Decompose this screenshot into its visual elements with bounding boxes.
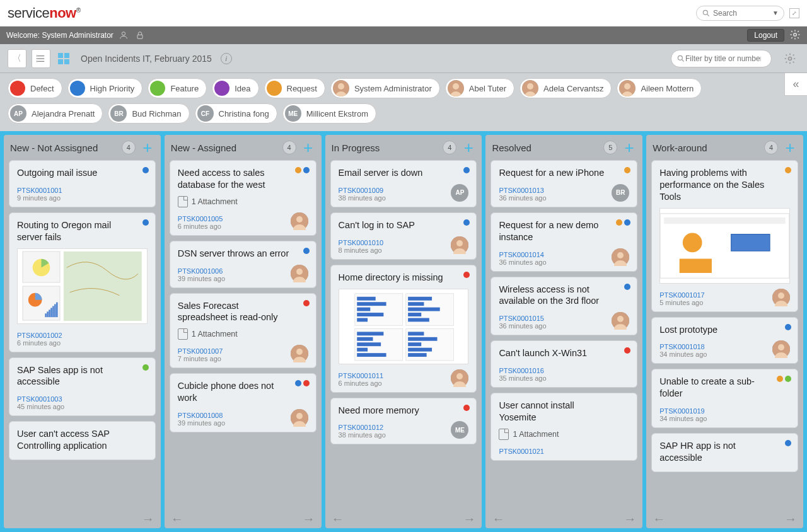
board-card[interactable]: Having problems with performance on the … [651, 160, 798, 312]
add-card-button[interactable]: + [141, 141, 154, 154]
board-view-button[interactable] [55, 50, 73, 67]
add-card-button[interactable]: + [783, 141, 797, 154]
card-id[interactable]: PTSK0001005 [178, 215, 223, 223]
move-right-button[interactable]: → [303, 512, 315, 526]
svg-rect-3 [137, 35, 142, 38]
card-id[interactable]: PTSK0001015 [499, 315, 546, 322]
board-card[interactable]: Routing to Oregon mail server fails PTSK… [9, 212, 156, 352]
lock-icon[interactable] [135, 30, 145, 40]
expand-icon[interactable]: ⤢ [789, 8, 799, 18]
tag-dot [142, 167, 149, 173]
board-card[interactable]: Sales Forecast spreadsheet is read-only … [170, 293, 316, 369]
board-card[interactable]: SAP HR app is not accessible [651, 433, 798, 472]
board-card[interactable]: Need more memory PTSK0001012 38 minutes … [330, 398, 477, 445]
tag-chip[interactable]: Feature [148, 78, 207, 98]
card-id[interactable]: PTSK0001018 [659, 343, 707, 350]
card-id[interactable]: PTSK0001019 [659, 407, 707, 415]
global-search-input[interactable] [713, 9, 763, 18]
board-card[interactable]: Request for a new demo instance PTSK0001… [491, 212, 637, 272]
user-icon[interactable] [119, 30, 129, 40]
filter-input[interactable] [685, 54, 761, 63]
card-id[interactable]: PTSK0001021 [499, 448, 544, 455]
user-chip[interactable]: Adela Cervantsz [520, 78, 612, 98]
move-right-button[interactable]: → [142, 512, 154, 526]
card-id[interactable]: PTSK0001001 [17, 187, 62, 194]
board-card[interactable]: SAP Sales app is not accessible PTSK0001… [9, 357, 156, 417]
card-id[interactable]: PTSK0001012 [339, 424, 386, 431]
info-icon[interactable]: i [221, 53, 232, 64]
board-card[interactable]: Unable to create a sub-folder PTSK000101… [651, 369, 798, 428]
svg-point-10 [37, 61, 37, 61]
user-chip[interactable]: Aileen Mottern [617, 78, 702, 98]
gear-icon[interactable] [789, 29, 801, 42]
tag-dot [785, 440, 791, 446]
card-id[interactable]: PTSK0001013 [499, 187, 546, 194]
card-id[interactable]: PTSK0001002 [17, 332, 62, 339]
board-card[interactable]: Request for a new iPhone PTSK0001013 36 … [491, 160, 637, 207]
board-card[interactable]: Lost prototype PTSK0001018 34 minutes ag… [651, 317, 798, 364]
user-chip[interactable]: System Administrator [330, 78, 440, 98]
user-chip[interactable]: BRBud Richman [108, 103, 189, 124]
user-chip[interactable]: MEMillicent Ekstrom [282, 103, 376, 124]
svg-rect-66 [408, 337, 437, 340]
board-card[interactable]: User cannot install Yosemite 1 Attachmen… [491, 393, 637, 461]
board-column: New - Assigned 4 + Need access to sales … [165, 135, 322, 528]
move-left-button[interactable]: ← [492, 512, 504, 526]
board-card[interactable]: Need access to sales database for the we… [170, 160, 316, 236]
attachment-indicator[interactable]: 1 Attachment [178, 196, 308, 207]
card-id[interactable]: PTSK0001008 [178, 412, 225, 419]
tag-chip[interactable]: Defect [8, 78, 62, 98]
svg-rect-63 [357, 347, 368, 351]
attachment-indicator[interactable]: 1 Attachment [499, 429, 629, 440]
back-button[interactable]: 〈 [8, 49, 26, 68]
card-id[interactable]: PTSK0001014 [499, 251, 546, 258]
user-chip[interactable]: APAlejandra Prenatt [8, 103, 103, 124]
card-id[interactable]: PTSK0001003 [17, 395, 64, 403]
board-column: Work-around 4 + Having problems with per… [646, 135, 803, 528]
column-body: Outgoing mail issue PTSK0001001 9 minute… [4, 160, 161, 509]
board-card[interactable]: Wireless access is not available on the … [491, 277, 637, 336]
card-id[interactable]: PTSK0001006 [178, 267, 225, 275]
list-view-button[interactable] [32, 49, 50, 68]
tag-chip[interactable]: Idea [212, 78, 258, 98]
user-chip[interactable]: Abel Tuter [445, 78, 514, 98]
tag-chip[interactable]: High Priority [67, 78, 143, 98]
svg-rect-50 [357, 296, 376, 300]
move-left-button[interactable]: ← [171, 512, 183, 526]
add-card-button[interactable]: + [301, 141, 315, 154]
collapse-filters-button[interactable]: « [784, 73, 807, 96]
move-left-button[interactable]: ← [332, 512, 344, 526]
add-card-button[interactable]: + [622, 141, 636, 154]
assignee-initials: AP [451, 184, 468, 202]
move-right-button[interactable]: → [624, 512, 636, 526]
attachment-indicator[interactable]: 1 Attachment [178, 328, 308, 340]
tag-dot [624, 347, 630, 354]
card-id[interactable]: PTSK0001007 [178, 347, 223, 355]
board-card[interactable]: Can't launch X-Win31 PTSK0001016 35 minu… [491, 340, 637, 388]
move-right-button[interactable]: → [463, 512, 475, 526]
board-settings-button[interactable] [781, 49, 799, 68]
card-id[interactable]: PTSK0001010 [339, 239, 384, 246]
card-thumbnail [659, 208, 790, 284]
card-id[interactable]: PTSK0001016 [499, 367, 546, 374]
chevron-down-icon[interactable]: ▼ [772, 9, 779, 16]
logout-button[interactable]: Logout [747, 29, 784, 42]
card-id[interactable]: PTSK0001011 [339, 372, 384, 379]
board-card[interactable]: Can't log in to SAP PTSK0001010 8 minute… [330, 212, 477, 260]
global-search[interactable]: ▼ [696, 6, 784, 21]
board-card[interactable]: Email server is down PTSK0001009 38 minu… [330, 160, 477, 207]
move-right-button[interactable]: → [784, 512, 797, 526]
move-left-button[interactable]: ← [653, 512, 665, 526]
board-card[interactable]: DSN server throws an error PTSK0001006 3… [170, 241, 316, 288]
board-card[interactable]: User can't access SAP Controlling applic… [9, 421, 156, 460]
card-id[interactable]: PTSK0001017 [659, 291, 705, 299]
add-card-button[interactable]: + [462, 141, 475, 154]
card-id[interactable]: PTSK0001009 [339, 187, 386, 194]
board-card[interactable]: Cubicle phone does not work PTSK0001008 … [170, 373, 316, 432]
filter-box[interactable] [671, 50, 772, 67]
column-header: New - Not Assisgned 4 + [4, 135, 161, 160]
user-chip[interactable]: CFChristina fong [195, 103, 277, 124]
tag-chip[interactable]: Request [264, 78, 325, 98]
board-card[interactable]: Home directory is missing PTSK0001011 6 … [330, 265, 477, 393]
board-card[interactable]: Outgoing mail issue PTSK0001001 9 minute… [9, 160, 156, 207]
